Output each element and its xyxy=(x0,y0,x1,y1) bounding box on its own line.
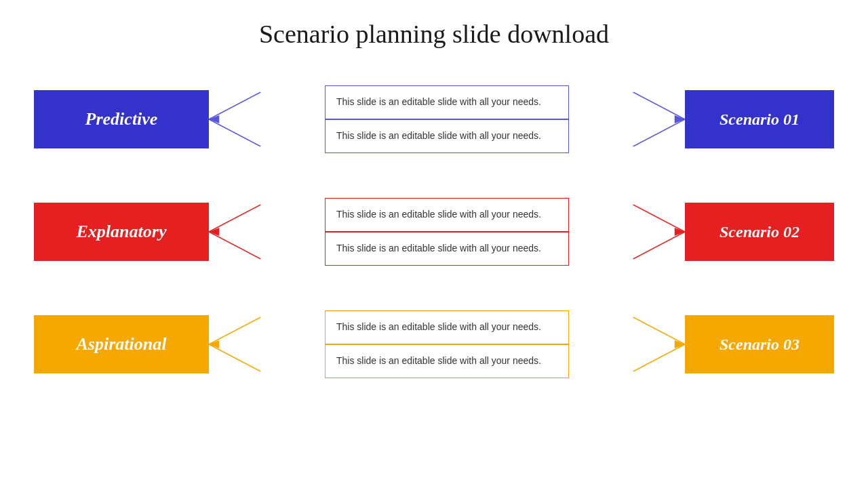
text-box-1-top: This slide is an editable slide with all… xyxy=(325,85,569,119)
row-predictive: Predictive This slide is an editable sli… xyxy=(34,69,834,169)
center-area-3: This slide is an editable slide with all… xyxy=(209,294,685,394)
svg-marker-10 xyxy=(675,228,685,236)
label-aspirational: Aspirational xyxy=(34,315,209,373)
label-predictive: Predictive xyxy=(34,90,209,148)
row-explanatory: Explanatory This slide is an editable sl… xyxy=(34,182,834,282)
text-box-2-top: This slide is an editable slide with all… xyxy=(325,198,569,232)
scenario-03: Scenario 03 xyxy=(685,315,834,373)
svg-marker-17 xyxy=(209,340,219,348)
svg-line-1 xyxy=(209,119,260,146)
main-content: Predictive This slide is an editable sli… xyxy=(34,69,834,394)
scenario-01: Scenario 01 xyxy=(685,90,834,148)
text-box-3-bottom: This slide is an editable slide with all… xyxy=(325,344,569,378)
text-box-3-top: This slide is an editable slide with all… xyxy=(325,310,569,344)
svg-line-6 xyxy=(209,205,260,232)
svg-line-13 xyxy=(209,344,260,371)
row-aspirational: Aspirational This slide is an editable s… xyxy=(34,294,834,394)
svg-line-8 xyxy=(633,205,685,232)
text-box-2-bottom: This slide is an editable slide with all… xyxy=(325,232,569,266)
text-boxes-2: This slide is an editable slide with all… xyxy=(325,198,569,265)
svg-marker-4 xyxy=(675,115,685,123)
text-box-1-bottom: This slide is an editable slide with all… xyxy=(325,119,569,153)
svg-marker-5 xyxy=(209,115,219,123)
svg-line-15 xyxy=(633,344,685,371)
svg-marker-16 xyxy=(675,340,685,348)
center-area-2: This slide is an editable slide with all… xyxy=(209,182,685,282)
svg-line-7 xyxy=(209,232,260,259)
svg-marker-11 xyxy=(209,228,219,236)
label-explanatory: Explanatory xyxy=(34,203,209,261)
svg-line-0 xyxy=(209,92,260,119)
svg-line-14 xyxy=(633,317,685,344)
text-boxes-1: This slide is an editable slide with all… xyxy=(325,85,569,152)
page-title: Scenario planning slide download xyxy=(259,19,609,49)
text-boxes-3: This slide is an editable slide with all… xyxy=(325,310,569,378)
scenario-02: Scenario 02 xyxy=(685,203,834,261)
center-area-1: This slide is an editable slide with all… xyxy=(209,69,685,169)
svg-line-9 xyxy=(633,232,685,259)
svg-line-3 xyxy=(633,119,685,146)
svg-line-12 xyxy=(209,317,260,344)
svg-line-2 xyxy=(633,92,685,119)
